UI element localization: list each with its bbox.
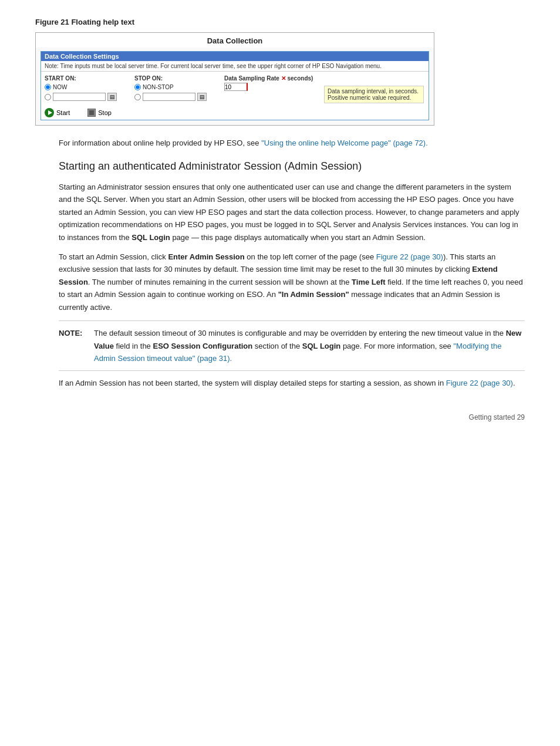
note-label: NOTE: — [59, 327, 87, 364]
intro-link[interactable]: "Using the online help Welcome page" (pa… — [261, 139, 428, 147]
panel-body: START ON: NOW ▤ STOP ON: — [41, 72, 429, 106]
stop-button[interactable]: Stop — [87, 109, 112, 117]
in-admin-session-bold: "In Admin Session" — [278, 290, 349, 299]
start-triangle — [48, 110, 52, 115]
now-label: NOW — [53, 84, 67, 90]
figure-panel-title: Data Collection — [36, 33, 434, 48]
start-label: Start — [56, 109, 70, 116]
now-radio[interactable] — [45, 84, 51, 90]
non-stop-label: NON-STOP — [143, 84, 174, 90]
content-area: For information about online help provid… — [35, 137, 525, 390]
enter-admin-bold: Enter Admin Session — [168, 252, 244, 261]
data-rate-group: Data Sampling Rate ✕ seconds) — [224, 75, 313, 91]
figure22-link2[interactable]: Figure 22 (page 30) — [446, 379, 513, 387]
panel-buttons: Start Stop — [41, 106, 429, 120]
stop-time-picker-btn[interactable]: ▤ — [197, 93, 207, 101]
paragraph-1: Starting an Administrator session ensure… — [59, 181, 525, 244]
section-heading: Starting an authenticated Administrator … — [59, 160, 525, 173]
start-on-label: START ON: — [45, 75, 117, 82]
stop-time-input[interactable] — [143, 93, 195, 101]
page-footer: Getting started 29 — [35, 413, 525, 421]
start-custom-radio[interactable] — [45, 94, 51, 100]
intro-paragraph: For information about online help provid… — [59, 137, 525, 150]
sql-login-bold2: SQL Login — [302, 342, 340, 350]
panel-title-bar: Data Collection Settings — [41, 52, 429, 61]
figure-title: Figure 21 Floating help text — [35, 18, 525, 26]
start-time-picker-btn[interactable]: ▤ — [107, 93, 117, 101]
intro-text: For information about online help provid… — [59, 139, 261, 147]
data-collection-panel: Data Collection Settings Note: Time inpu… — [41, 51, 429, 120]
tooltip-box: Data sampling interval, in seconds. Posi… — [324, 86, 424, 103]
start-on-group: START ON: NOW ▤ — [45, 75, 117, 101]
figure-box: Data Collection Data Collection Settings… — [35, 32, 434, 126]
stop-custom-radio[interactable] — [134, 94, 141, 100]
stop-icon — [87, 109, 96, 117]
panel-note: Note: Time inputs must be local server t… — [41, 61, 429, 72]
stop-on-label: STOP ON: — [134, 75, 207, 82]
panel-fields-row: START ON: NOW ▤ STOP ON: — [45, 75, 425, 101]
start-time-row: ▤ — [45, 93, 117, 101]
paragraph-2: To start an Admin Session, click Enter A… — [59, 251, 525, 313]
now-radio-row[interactable]: NOW — [45, 84, 117, 90]
tooltip-line1: Data sampling interval, in seconds. — [328, 88, 420, 94]
time-left-bold: Time Left — [352, 278, 386, 286]
sql-login-bold: SQL Login — [131, 233, 170, 242]
eso-session-config-bold: ESO Session Configuration — [153, 342, 252, 350]
start-icon — [45, 108, 54, 117]
note-block: NOTE: The default session timeout of 30 … — [59, 320, 525, 371]
stop-square — [89, 110, 94, 115]
data-rate-label: Data Sampling Rate ✕ seconds) — [224, 75, 313, 82]
stop-time-row: ▤ — [134, 93, 207, 101]
start-button[interactable]: Start — [45, 108, 70, 117]
footer-text: Getting started 29 — [469, 413, 525, 421]
paragraph-3: If an Admin Session has not been started… — [59, 377, 525, 389]
tooltip-line2: Positive numeric value required. — [328, 94, 420, 101]
non-stop-radio-row[interactable]: NON-STOP — [134, 84, 207, 90]
note-content: The default session timeout of 30 minute… — [94, 327, 525, 364]
figure22-link1[interactable]: Figure 22 (page 30) — [376, 252, 443, 261]
data-rate-input[interactable] — [224, 83, 248, 91]
non-stop-radio[interactable] — [134, 84, 141, 90]
stop-on-group: STOP ON: NON-STOP ▤ — [134, 75, 207, 101]
stop-label: Stop — [98, 109, 112, 116]
data-rate-row — [224, 83, 313, 91]
start-time-input[interactable] — [53, 93, 106, 101]
